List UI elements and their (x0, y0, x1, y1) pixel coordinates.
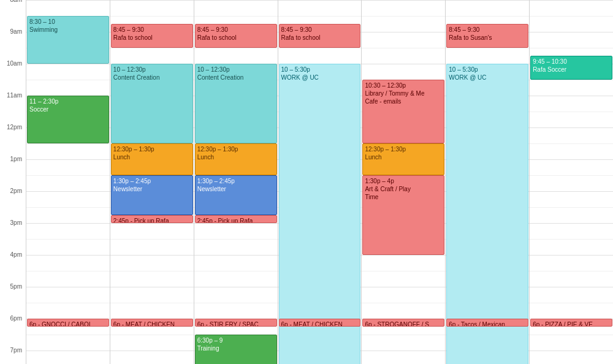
event-e11[interactable]: 10 – 12:30pContent Creation (195, 64, 277, 143)
event-e28[interactable]: 6p - Tacos / Mexican (446, 319, 528, 327)
day-col-2: 8:45 – 9:30Rafa to school10 – 12:30pCont… (194, 0, 278, 364)
day-col-5: 8:45 – 9:30Rafa to Susan's10 – 5:30pWORK… (445, 0, 529, 364)
event-e24[interactable]: 6p - STROGANOFF / S (362, 319, 444, 327)
event-e19[interactable]: 6p - MEAT / CHICKEN (279, 319, 361, 327)
time-column: 8am9am10am11am12pm1pm2pm3pm4pm5pm6pm7pm8… (0, 0, 26, 364)
event-e23[interactable]: 1:30p – 4pArt & Craft / PlayTime (362, 175, 444, 255)
event-e17[interactable]: 8:45 – 9:30Rafa to school (279, 24, 361, 48)
time-label-9am: 9am (10, 28, 22, 35)
event-e1[interactable]: 8:30 – 10Swimming (27, 16, 109, 64)
event-e15[interactable]: 6p - STIR FRY / SPAC (195, 319, 277, 327)
day-col-6: 9:45 – 10:30Rafa Soccer6p - PIZZA / PIE … (529, 0, 613, 364)
time-label-4pm: 4pm (10, 251, 22, 258)
event-e4[interactable]: 8:45 – 9:30Rafa to school (111, 24, 193, 48)
event-e16[interactable]: 6:30p – 9Training (195, 335, 277, 364)
day-columns: 8:30 – 10Swimming11 – 2:30pSoccer6p - GN… (26, 0, 613, 364)
day-col-1: 8:45 – 9:30Rafa to school10 – 12:30pCont… (110, 0, 194, 364)
time-label-5pm: 5pm (10, 283, 22, 290)
day-col-3: 8:45 – 9:30Rafa to school10 – 5:30pWORK … (278, 0, 362, 364)
event-e22[interactable]: 12:30p – 1:30pLunch (362, 143, 444, 175)
time-label-1pm: 1pm (10, 156, 22, 162)
time-label-3pm: 3pm (10, 219, 22, 226)
event-e13[interactable]: 1:30p – 2:45pNewsletter (195, 175, 277, 215)
event-e29[interactable]: 9:45 – 10:30Rafa Soccer (530, 56, 612, 80)
time-label-8am: 8am (10, 0, 22, 3)
event-e2[interactable]: 11 – 2:30pSoccer (27, 96, 109, 143)
day-col-4: 10:30 – 12:30pLibrary / Tommy & MeCafe -… (361, 0, 445, 364)
event-e8[interactable]: 2:45p - Pick up Rafa (111, 215, 193, 223)
event-e6[interactable]: 12:30p – 1:30pLunch (111, 143, 193, 175)
event-e5[interactable]: 10 – 12:30pContent Creation (111, 64, 193, 143)
event-e12[interactable]: 12:30p – 1:30pLunch (195, 143, 277, 175)
time-label-7pm: 7pm (10, 347, 22, 354)
event-e9[interactable]: 6p - MEAT / CHICKEN (111, 319, 193, 327)
event-e14[interactable]: 2:45p - Pick up Rafa (195, 215, 277, 223)
event-e26[interactable]: 8:45 – 9:30Rafa to Susan's (446, 24, 528, 48)
event-e21[interactable]: 10:30 – 12:30pLibrary / Tommy & MeCafe -… (362, 80, 444, 143)
time-label-6pm: 6pm (10, 315, 22, 322)
time-label-12pm: 12pm (7, 124, 22, 131)
event-e10[interactable]: 8:45 – 9:30Rafa to school (195, 24, 277, 48)
time-label-2pm: 2pm (10, 188, 22, 194)
time-label-10am: 10am (7, 60, 22, 67)
event-e3[interactable]: 6p - GNOCCI / CABOI (27, 319, 109, 327)
time-label-11am: 11am (7, 92, 22, 99)
calendar-container: 8am9am10am11am12pm1pm2pm3pm4pm5pm6pm7pm8… (0, 0, 613, 364)
event-e7[interactable]: 1:30p – 2:45pNewsletter (111, 175, 193, 215)
event-e30[interactable]: 6p - PIZZA / PIE & VE (530, 319, 612, 327)
day-col-0: 8:30 – 10Swimming11 – 2:30pSoccer6p - GN… (26, 0, 110, 364)
